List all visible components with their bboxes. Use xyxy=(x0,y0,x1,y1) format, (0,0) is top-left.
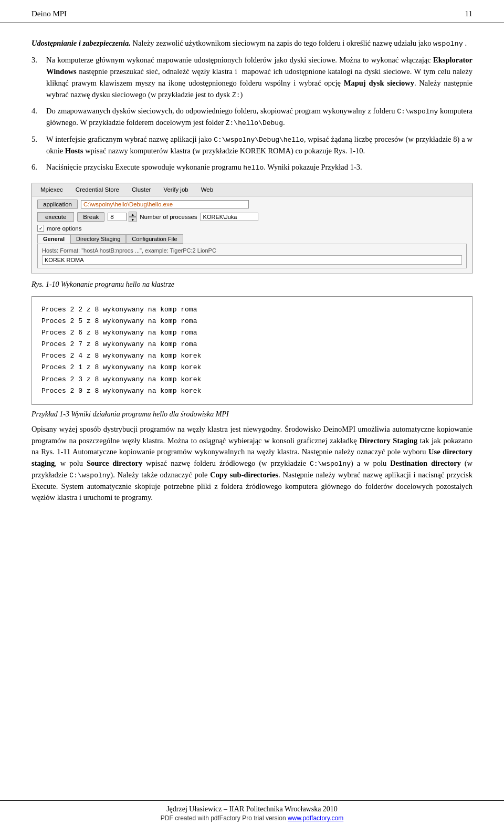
gui-sub-tabs: General Directory Staging Configuration … xyxy=(37,234,467,244)
gui-more-options-checkbox[interactable]: ✓ xyxy=(37,225,44,232)
list-item-6: 6. Naciśnięcie przycisku Execute spowodu… xyxy=(32,162,472,173)
footer-author: Jędrzej Ułasiewicz – IIAR Politechnika W… xyxy=(166,805,338,813)
gui-app-row: application C:\wspolny\hello\Debug\hello… xyxy=(37,200,467,209)
gui-screenshot: Mpiexec Credential Store Cluster Verify … xyxy=(32,183,472,274)
gui-app-button[interactable]: application xyxy=(37,200,78,209)
gui-nproc-label: Number of processes xyxy=(140,214,197,220)
gui-num-spinner[interactable]: ▲ ▼ xyxy=(129,212,136,222)
code-line-3: Proces 2 6 z 8 wykonywany na komp roma xyxy=(41,327,463,339)
gui-hosts-value[interactable]: KOREK ROMA xyxy=(42,255,462,265)
main-content: Udostępnianie i zabezpieczenia. Należy z… xyxy=(0,23,504,519)
intro-para: Udostępnianie i zabezpieczenia. Należy z… xyxy=(32,38,472,49)
list-body-3: Na komputerze głównym wykonać mapowanie … xyxy=(46,55,472,100)
code-line-2: Proces 2 5 z 8 wykonywany na komp roma xyxy=(41,316,463,327)
gui-toolbar: Mpiexec Credential Store Cluster Verify … xyxy=(32,183,472,196)
gui-execute-row: execute Break 8 ▲ ▼ Number of processes … xyxy=(37,212,467,222)
list-body-6: Naciśnięcie przycisku Execute spowoduje … xyxy=(46,162,472,173)
page-footer: Jędrzej Ułasiewicz – IIAR Politechnika W… xyxy=(0,800,504,825)
page: Deino MPI 11 Udostępnianie i zabezpiecze… xyxy=(0,0,504,825)
list-num-3: 3. xyxy=(32,55,46,100)
gui-subtab-staging[interactable]: Directory Staging xyxy=(70,234,126,244)
gui-num-input[interactable]: 8 xyxy=(108,213,127,221)
gui-tab-web[interactable]: Web xyxy=(197,185,217,194)
gui-hosts-label: Hosts: Format: "hostA hostB:nprocs ...",… xyxy=(42,247,462,254)
header-page-num: 11 xyxy=(465,9,472,18)
list-num-6: 6. xyxy=(32,162,46,173)
code-line-6: Proces 2 1 z 8 wykonywany na komp korek xyxy=(41,362,463,373)
code-line-4: Proces 2 7 z 8 wykonywany na komp roma xyxy=(41,339,463,350)
page-header: Deino MPI 11 xyxy=(0,0,504,23)
gui-tab-mpiexec[interactable]: Mpiexec xyxy=(36,185,67,194)
intro-mono: wspolny xyxy=(433,40,463,48)
gui-subtab-general[interactable]: General xyxy=(37,234,70,244)
list-item-4: 4. Do zmapowawanych dysków sieciowych, d… xyxy=(32,106,472,129)
list-item-5: 5. W interfejsie graficznym wybrać nazwę… xyxy=(32,134,472,157)
list-body-5: W interfejsie graficznym wybrać nazwę ap… xyxy=(46,134,472,157)
gui-tab-cluster[interactable]: Cluster xyxy=(128,185,155,194)
code-line-1: Proces 2 2 z 8 wykonywany na komp roma xyxy=(41,304,463,316)
list-num-4: 4. xyxy=(32,106,46,129)
gui-more-options-label: more options xyxy=(47,225,81,232)
gui-tab-credential[interactable]: Credential Store xyxy=(71,185,123,194)
gui-tab-content: Hosts: Format: "hostA hostB:nprocs ...",… xyxy=(37,244,467,268)
gui-subtab-config[interactable]: Configuration File xyxy=(126,234,183,244)
example-caption: Przykład 1-3 Wyniki działania programu h… xyxy=(32,410,472,419)
code-block: Proces 2 2 z 8 wykonywany na komp roma P… xyxy=(32,296,472,405)
gui-tab-verifyjob[interactable]: Verify job xyxy=(159,185,192,194)
gui-spinner-up[interactable]: ▲ xyxy=(129,212,136,217)
footer-pdf-label: PDF created with pdfFactory Pro trial ve… xyxy=(161,814,286,822)
footer-pdf-link[interactable]: www.pdffactory.com xyxy=(288,814,343,822)
gui-app-input[interactable]: C:\wspolny\hello\Debug\hello.exe xyxy=(81,200,249,208)
fig-caption: Rys. 1-10 Wykonanie programu hello na kl… xyxy=(32,280,472,289)
intro-end: . xyxy=(465,39,467,47)
gui-execute-button[interactable]: execute xyxy=(37,212,74,222)
list-num-5: 5. xyxy=(32,134,46,157)
gui-body: application C:\wspolny\hello\Debug\hello… xyxy=(32,196,472,274)
code-line-5: Proces 2 4 z 8 wykonywany na komp korek xyxy=(41,350,463,362)
intro-text: Należy zezwolić użytkownikom sieciowym n… xyxy=(133,39,434,47)
list-body-4: Do zmapowawanych dysków sieciowych, do o… xyxy=(46,106,472,129)
gui-nproc-dropdown[interactable]: KOREK\Juka xyxy=(201,213,258,221)
code-line-7: Proces 2 3 z 8 wykonywany na komp korek xyxy=(41,374,463,385)
footer-pdf-text: PDF created with pdfFactory Pro trial ve… xyxy=(161,814,343,822)
intro-bold: Udostępnianie i zabezpieczenia. xyxy=(32,39,131,47)
gui-spinner-down[interactable]: ▼ xyxy=(129,217,136,222)
gui-break-button[interactable]: Break xyxy=(77,212,104,222)
list-item-3: 3. Na komputerze głównym wykonać mapowan… xyxy=(32,55,472,100)
gui-more-options-row: ✓ more options xyxy=(37,225,467,232)
final-para: Opisany wyżej sposób dystrybucji program… xyxy=(32,424,472,504)
header-title: Deino MPI xyxy=(32,9,67,18)
code-line-8: Proces 2 0 z 8 wykonywany na komp korek xyxy=(41,385,463,397)
